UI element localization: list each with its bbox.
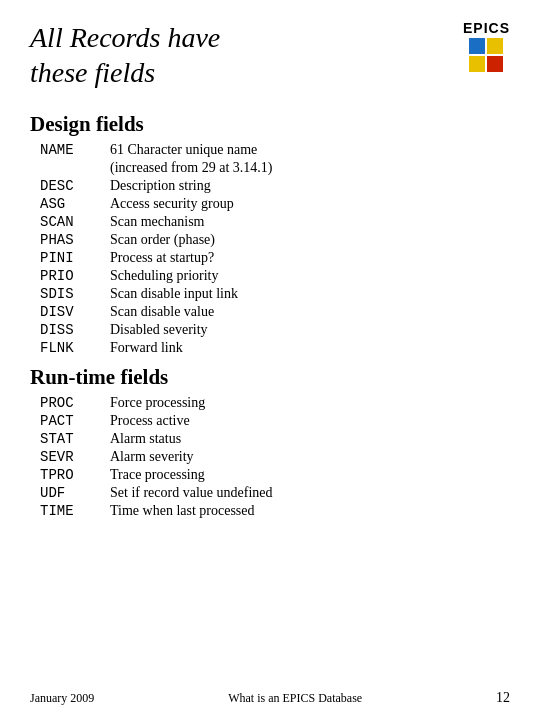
field-name: STAT: [40, 430, 110, 448]
design-field-row: PINI Process at startup?: [40, 249, 520, 267]
footer-date: January 2009: [30, 691, 94, 706]
design-section-heading: Design fields: [30, 112, 510, 137]
epics-sq-yellow: [487, 38, 503, 54]
field-desc: Process at startup?: [110, 249, 520, 267]
design-field-row: DISS Disabled severity: [40, 321, 520, 339]
field-name: PHAS: [40, 231, 110, 249]
field-desc: Scan disable input link: [110, 285, 520, 303]
field-name: PRIO: [40, 267, 110, 285]
field-desc: Scan disable value: [110, 303, 520, 321]
design-field-row: (increased from 29 at 3.14.1): [40, 159, 520, 177]
runtime-field-row: SEVR Alarm severity: [40, 448, 520, 466]
design-field-row: PRIO Scheduling priority: [40, 267, 520, 285]
runtime-field-row: TIME Time when last processed: [40, 502, 520, 520]
field-desc: Scheduling priority: [110, 267, 520, 285]
field-desc: Process active: [110, 412, 520, 430]
field-name: TIME: [40, 502, 110, 520]
field-name: NAME: [40, 141, 110, 159]
runtime-section-heading: Run-time fields: [30, 365, 510, 390]
field-desc: Disabled severity: [110, 321, 520, 339]
runtime-field-row: STAT Alarm status: [40, 430, 520, 448]
field-name: TPRO: [40, 466, 110, 484]
field-name: DESC: [40, 177, 110, 195]
field-desc: Trace processing: [110, 466, 520, 484]
field-name: SEVR: [40, 448, 110, 466]
design-field-row: FLNK Forward link: [40, 339, 520, 357]
design-field-row: ASG Access security group: [40, 195, 520, 213]
field-name: ASG: [40, 195, 110, 213]
field-name: PACT: [40, 412, 110, 430]
field-desc: (increased from 29 at 3.14.1): [110, 159, 520, 177]
field-name: FLNK: [40, 339, 110, 357]
page-title: All Records have these fields: [30, 20, 220, 90]
runtime-field-row: UDF Set if record value undefined: [40, 484, 520, 502]
epics-sq-yellow2: [469, 56, 485, 72]
epics-squares: [469, 38, 503, 72]
design-field-row: SDIS Scan disable input link: [40, 285, 520, 303]
field-name: DISV: [40, 303, 110, 321]
design-field-row: SCAN Scan mechanism: [40, 213, 520, 231]
field-desc: Scan mechanism: [110, 213, 520, 231]
field-desc: Forward link: [110, 339, 520, 357]
footer-title: What is an EPICS Database: [228, 691, 362, 706]
epics-logo: EPICS: [463, 20, 510, 72]
epics-sq-red: [487, 56, 503, 72]
header: All Records have these fields EPICS: [30, 20, 510, 90]
design-field-row: DESC Description string: [40, 177, 520, 195]
field-name: UDF: [40, 484, 110, 502]
field-desc: Alarm severity: [110, 448, 520, 466]
field-desc: Set if record value undefined: [110, 484, 520, 502]
design-field-row: DISV Scan disable value: [40, 303, 520, 321]
field-name: [40, 159, 110, 177]
design-field-row: NAME 61 Character unique name: [40, 141, 520, 159]
runtime-field-row: PACT Process active: [40, 412, 520, 430]
footer: January 2009 What is an EPICS Database 1…: [0, 690, 540, 706]
design-field-row: PHAS Scan order (phase): [40, 231, 520, 249]
epics-sq-blue: [469, 38, 485, 54]
runtime-fields-table: PROC Force processing PACT Process activ…: [40, 394, 520, 520]
design-fields-table: NAME 61 Character unique name (increased…: [40, 141, 520, 357]
field-name: SCAN: [40, 213, 110, 231]
epics-label: EPICS: [463, 20, 510, 36]
field-desc: Access security group: [110, 195, 520, 213]
field-desc: 61 Character unique name: [110, 141, 520, 159]
field-desc: Scan order (phase): [110, 231, 520, 249]
runtime-field-row: TPRO Trace processing: [40, 466, 520, 484]
field-desc: Description string: [110, 177, 520, 195]
field-desc: Force processing: [110, 394, 520, 412]
page: All Records have these fields EPICS Desi…: [0, 0, 540, 720]
field-name: DISS: [40, 321, 110, 339]
field-name: SDIS: [40, 285, 110, 303]
field-desc: Time when last processed: [110, 502, 520, 520]
footer-page-number: 12: [496, 690, 510, 706]
field-name: PINI: [40, 249, 110, 267]
field-name: PROC: [40, 394, 110, 412]
runtime-field-row: PROC Force processing: [40, 394, 520, 412]
field-desc: Alarm status: [110, 430, 520, 448]
